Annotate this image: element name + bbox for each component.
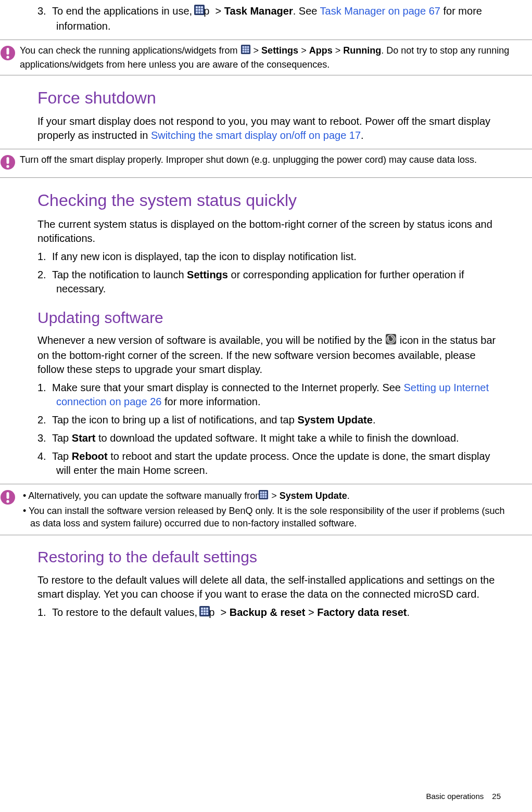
callout-improper-shutdown: Turn off the smart display properly. Imp… — [0, 149, 532, 178]
checking-status-heading: Checking the system status quickly — [37, 189, 498, 212]
updating-step4: 4.Tap Reboot to reboot and start the upd… — [37, 449, 498, 478]
alert-icon — [0, 45, 16, 64]
callout-manual-update: • Alternatively, you can update the soft… — [0, 484, 532, 535]
step3-end-apps: 3.To end the applications in use, tap > … — [37, 4, 498, 33]
callout-running-apps: You can check the running applications/w… — [0, 40, 532, 75]
restoring-defaults-heading: Restoring to the default settings — [37, 547, 498, 568]
force-shutdown-heading: Force shutdown — [37, 87, 498, 109]
update-icon — [385, 333, 397, 349]
page-footer: Basic operations25 — [426, 791, 501, 802]
updating-step1: 1.Make sure that your smart display is c… — [37, 381, 498, 409]
apps-grid-icon — [240, 44, 251, 58]
checking-status-body: The current system status is displayed o… — [37, 217, 498, 246]
checking-step2: 2.Tap the notification to launch Setting… — [37, 268, 498, 296]
checking-step1: 1.If any new icon is displayed, tap the … — [37, 250, 498, 264]
updating-software-heading: Updating software — [37, 307, 498, 329]
force-shutdown-body: If your smart display does not respond t… — [37, 114, 498, 143]
switching-on-off-link[interactable]: Switching the smart display on/off on pa… — [151, 130, 361, 141]
section-name: Basic operations — [426, 792, 484, 801]
alert-icon — [0, 154, 16, 173]
restoring-step1: 1.To restore to the default values, tap … — [37, 605, 498, 621]
restoring-defaults-body: To restore to the default values will de… — [37, 573, 498, 601]
alert-icon — [0, 489, 16, 508]
task-manager-link[interactable]: Task Manager on page 67 — [320, 5, 440, 17]
updating-step2: 2.Tap the icon to bring up a list of not… — [37, 413, 498, 427]
updating-step3: 3.Tap Start to download the updated soft… — [37, 431, 498, 445]
page-number: 25 — [492, 792, 501, 801]
updating-software-body: Whenever a new version of software is av… — [37, 333, 498, 377]
